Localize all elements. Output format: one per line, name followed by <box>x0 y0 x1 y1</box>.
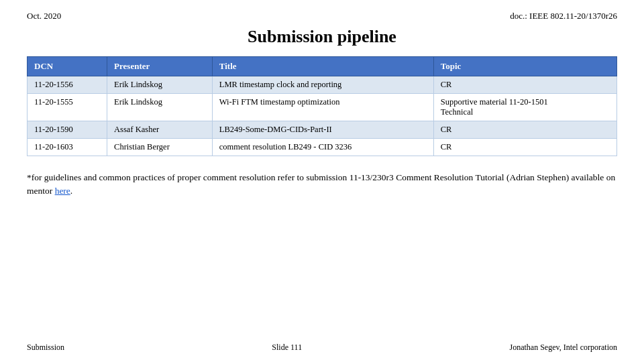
table-row: 11-20-1556Erik LindskogLMR timestamp clo… <box>28 76 617 94</box>
footnote-suffix: . <box>70 186 72 196</box>
cell-presenter: Erik Lindskog <box>107 76 213 94</box>
top-bar: Oct. 2020 doc.: IEEE 802.11-20/1370r26 <box>27 11 617 21</box>
cell-title: comment resolution LB249 - CID 3236 <box>212 139 433 156</box>
page-title: Submission pipeline <box>27 27 617 47</box>
table-header-row: DCN Presenter Title Topic <box>28 57 617 76</box>
col-header-topic: Topic <box>433 57 616 76</box>
cell-topic: CR <box>433 121 616 139</box>
footnote-link[interactable]: here <box>55 186 70 196</box>
cell-dcn: 11-20-1590 <box>28 121 107 139</box>
slide-page: Oct. 2020 doc.: IEEE 802.11-20/1370r26 S… <box>0 0 644 362</box>
footnote: *for guidelines and common practices of … <box>27 171 617 198</box>
table-row: 11-20-1555Erik LindskogWi-Fi FTM timesta… <box>28 94 617 121</box>
cell-topic: CR <box>433 76 616 94</box>
doc-ref-label: doc.: IEEE 802.11-20/1370r26 <box>510 11 617 21</box>
footer: Submission Slide 111 Jonathan Segev, Int… <box>27 343 617 353</box>
col-header-title: Title <box>212 57 433 76</box>
footer-left: Submission <box>27 343 64 353</box>
cell-presenter: Christian Berger <box>107 139 213 156</box>
footnote-text: *for guidelines and common practices of … <box>27 172 615 196</box>
cell-dcn: 11-20-1555 <box>28 94 107 121</box>
cell-title: LMR timestamp clock and reporting <box>212 76 433 94</box>
date-label: Oct. 2020 <box>27 11 61 21</box>
cell-dcn: 11-20-1556 <box>28 76 107 94</box>
table-row: 11-20-1590Assaf KasherLB249-Some-DMG-CID… <box>28 121 617 139</box>
table-row: 11-20-1603Christian Bergercomment resolu… <box>28 139 617 156</box>
cell-presenter: Erik Lindskog <box>107 94 213 121</box>
col-header-dcn: DCN <box>28 57 107 76</box>
cell-topic: CR <box>433 139 616 156</box>
footer-right: Jonathan Segev, Intel corporation <box>509 343 617 353</box>
submission-table: DCN Presenter Title Topic 11-20-1556Erik… <box>27 56 617 156</box>
cell-topic: Supportive material 11-20-1501Technical <box>433 94 616 121</box>
cell-dcn: 11-20-1603 <box>28 139 107 156</box>
cell-title: Wi-Fi FTM timestamp optimization <box>212 94 433 121</box>
footer-center: Slide 111 <box>272 343 302 353</box>
cell-title: LB249-Some-DMG-CIDs-Part-II <box>212 121 433 139</box>
cell-presenter: Assaf Kasher <box>107 121 213 139</box>
col-header-presenter: Presenter <box>107 57 213 76</box>
